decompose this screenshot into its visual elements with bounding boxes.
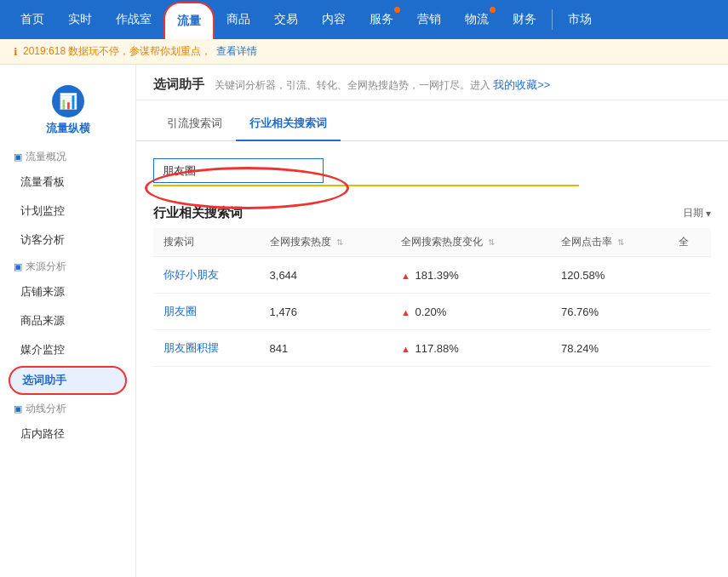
- table-container: 搜索词 全网搜索热度 ⇅ 全网搜索热度变化 ⇅ 全网点击率 ⇅: [136, 228, 728, 367]
- nav-realtime[interactable]: 实时: [56, 0, 104, 39]
- top-navigation: 首页 实时 作战室 流量 商品 交易 内容 服务 营销 物流 财务 市场: [0, 0, 728, 39]
- sidebar: 📊 流量纵横 ▣ 流量概况 流量看板 计划监控 访客分析 ▣ 来源分析 店铺来源…: [0, 65, 136, 577]
- sidebar-item-media-monitor[interactable]: 媒介监控: [0, 335, 135, 364]
- sidebar-item-store-path[interactable]: 店内路径: [0, 420, 135, 448]
- cell-heat-1: 1,476: [260, 294, 391, 330]
- cell-heat-change-0: ▲ 181.39%: [391, 257, 551, 294]
- keyword-link-2[interactable]: 朋友圈积摆: [163, 341, 219, 354]
- nav-content[interactable]: 内容: [310, 0, 358, 39]
- cell-heat-change-1: ▲ 0.20%: [391, 294, 551, 330]
- cell-extra-0: [668, 257, 711, 294]
- table-row: 朋友圈 1,476 ▲ 0.20% 76.76%: [153, 294, 711, 330]
- section-title: 行业相关搜索词: [153, 205, 243, 221]
- sidebar-section-flow: ▣ 动线分析: [0, 397, 135, 420]
- cell-extra-1: [668, 294, 711, 330]
- tab-行业相关搜索词[interactable]: 行业相关搜索词: [236, 107, 341, 141]
- sidebar-item-product-source[interactable]: 商品来源: [0, 306, 135, 335]
- up-arrow-icon-1: ▲: [401, 307, 410, 317]
- col-header-heat[interactable]: 全网搜索热度 ⇅: [260, 228, 391, 257]
- logistics-badge: [490, 7, 496, 13]
- cell-keyword-1: 朋友圈: [153, 294, 260, 330]
- sidebar-item-plan-monitor[interactable]: 计划监控: [0, 197, 135, 226]
- alert-link[interactable]: 查看详情: [216, 44, 257, 59]
- sort-icon-heat: ⇅: [336, 237, 343, 247]
- cell-heat-0: 3,644: [260, 257, 391, 294]
- col-header-heat-change[interactable]: 全网搜索热度变化 ⇅: [391, 228, 551, 257]
- keyword-table: 搜索词 全网搜索热度 ⇅ 全网搜索热度变化 ⇅ 全网点击率 ⇅: [153, 228, 711, 367]
- nav-home[interactable]: 首页: [9, 0, 56, 39]
- search-area: [136, 141, 728, 195]
- sort-icon-heat-change: ⇅: [488, 237, 495, 247]
- keyword-link-0[interactable]: 你好小朋友: [163, 268, 219, 281]
- nav-market[interactable]: 市场: [556, 0, 604, 39]
- search-underline: [153, 185, 579, 186]
- sidebar-logo: 📊 流量纵横: [0, 73, 135, 145]
- keyword-link-1[interactable]: 朋友圈: [163, 305, 197, 317]
- sort-icon-click-rate: ⇅: [617, 237, 624, 247]
- page-header: 选词助手 关键词分析器，引流、转化、全网热搜趋势，一网打尽。进入 我的收藏>>: [136, 65, 728, 100]
- cell-heat-2: 841: [260, 330, 391, 367]
- col-header-extra: 全: [668, 228, 711, 257]
- page-desc: 关键词分析器，引流、转化、全网热搜趋势，一网打尽。进入: [215, 79, 490, 91]
- nav-service[interactable]: 服务: [358, 0, 405, 39]
- sidebar-item-keyword-helper[interactable]: 选词助手: [9, 366, 127, 395]
- nav-divider: [552, 9, 553, 30]
- section-icon-source: ▣: [14, 261, 22, 272]
- sidebar-section-source: ▣ 来源分析: [0, 254, 135, 277]
- favorites-link[interactable]: 我的收藏>>: [493, 78, 550, 91]
- keyword-search-input[interactable]: [153, 158, 324, 183]
- nav-transactions[interactable]: 交易: [262, 0, 310, 39]
- up-arrow-icon-0: ▲: [401, 271, 410, 281]
- table-header-row: 搜索词 全网搜索热度 ⇅ 全网搜索热度变化 ⇅ 全网点击率 ⇅: [153, 228, 711, 257]
- main-layout: 📊 流量纵横 ▣ 流量概况 流量看板 计划监控 访客分析 ▣ 来源分析 店铺来源…: [0, 65, 728, 577]
- main-content: 选词助手 关键词分析器，引流、转化、全网热搜趋势，一网打尽。进入 我的收藏>> …: [136, 65, 728, 577]
- alert-text: 2019:618 数据玩不停，参谋帮你划重点，: [23, 44, 211, 59]
- alert-bar: ℹ 2019:618 数据玩不停，参谋帮你划重点， 查看详情: [0, 39, 728, 65]
- sidebar-item-visitor-analysis[interactable]: 访客分析: [0, 226, 135, 254]
- cell-heat-change-2: ▲ 117.88%: [391, 330, 551, 367]
- col-header-keyword: 搜索词: [153, 228, 260, 257]
- alert-icon: ℹ: [14, 46, 18, 58]
- nav-traffic[interactable]: 流量: [163, 2, 215, 39]
- page-title: 选词助手: [153, 77, 204, 91]
- cell-click-rate-2: 78.24%: [551, 330, 668, 367]
- sidebar-section-traffic: ▣ 流量概况: [0, 145, 135, 168]
- table-row: 朋友圈积摆 841 ▲ 117.88% 78.24%: [153, 330, 711, 367]
- cell-extra-2: [668, 330, 711, 367]
- sidebar-logo-icon: 📊: [52, 85, 84, 117]
- tab-引流搜索词[interactable]: 引流搜索词: [153, 107, 236, 141]
- nav-products[interactable]: 商品: [215, 0, 262, 39]
- table-row: 你好小朋友 3,644 ▲ 181.39% 120.58%: [153, 257, 711, 294]
- col-header-click-rate[interactable]: 全网点击率 ⇅: [551, 228, 668, 257]
- nav-finance[interactable]: 财务: [501, 0, 548, 39]
- nav-marketing[interactable]: 营销: [405, 0, 453, 39]
- cell-keyword-2: 朋友圈积摆: [153, 330, 260, 367]
- cell-click-rate-1: 76.76%: [551, 294, 668, 330]
- cell-keyword-0: 你好小朋友: [153, 257, 260, 294]
- sidebar-logo-label: 流量纵横: [46, 121, 90, 136]
- service-badge: [394, 7, 400, 13]
- up-arrow-icon-2: ▲: [401, 344, 410, 354]
- tab-bar: 引流搜索词 行业相关搜索词: [136, 107, 728, 141]
- nav-operations[interactable]: 作战室: [104, 0, 163, 39]
- section-icon-traffic: ▣: [14, 151, 22, 163]
- nav-logistics[interactable]: 物流: [453, 0, 501, 39]
- cell-click-rate-0: 120.58%: [551, 257, 668, 294]
- section-header: 行业相关搜索词 日期 ▾: [136, 195, 728, 228]
- chevron-down-icon: ▾: [706, 208, 711, 220]
- sidebar-item-store-source[interactable]: 店铺来源: [0, 277, 135, 306]
- sidebar-item-traffic-board[interactable]: 流量看板: [0, 168, 135, 197]
- section-icon-flow: ▣: [14, 403, 22, 414]
- date-selector[interactable]: 日期 ▾: [683, 206, 711, 220]
